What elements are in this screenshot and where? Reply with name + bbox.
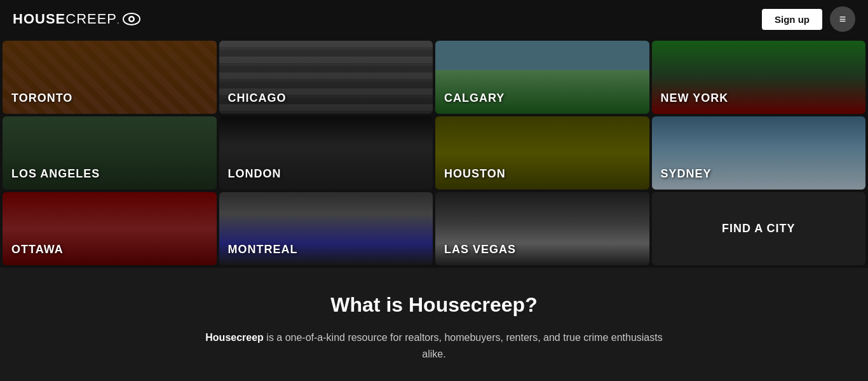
- ottawa-label: OTTAWA: [11, 243, 64, 256]
- description-rest: is a one-of-a-kind resource for realtors…: [264, 332, 663, 359]
- logo[interactable]: HOUSECREEP.: [13, 11, 140, 27]
- logo-creep: CREEP: [65, 11, 117, 27]
- city-tile-chicago[interactable]: CHICAGO: [219, 41, 433, 114]
- calgary-label: CALGARY: [444, 92, 505, 105]
- montreal-label: MONTREAL: [228, 243, 298, 256]
- what-desc: Housecreep is a one-of-a-kind resource f…: [196, 329, 672, 362]
- signup-button[interactable]: Sign up: [762, 9, 822, 30]
- find-city-label: FIND A CITY: [722, 222, 796, 235]
- what-title: What is Housecreep?: [13, 293, 855, 317]
- chicago-label: CHICAGO: [228, 92, 287, 105]
- eye-icon: [123, 13, 140, 25]
- losangeles-label: LOS ANGELES: [11, 167, 100, 181]
- logo-text: HOUSECREEP.: [13, 11, 120, 27]
- city-tile-lasvegas[interactable]: LAS VEGAS: [435, 192, 649, 265]
- find-city-tile[interactable]: FIND A CITY: [652, 192, 866, 265]
- svg-point-2: [130, 18, 133, 21]
- city-tile-houston[interactable]: HOUSTON: [435, 116, 649, 190]
- houston-label: HOUSTON: [444, 167, 506, 181]
- brand-name: Housecreep: [205, 332, 264, 343]
- newyork-label: NEW YORK: [661, 92, 729, 105]
- city-tile-sydney[interactable]: SYDNEY: [652, 116, 866, 190]
- city-grid: TORONTO CHICAGO CALGARY NEW YORK LOS ANG…: [0, 38, 868, 268]
- city-tile-losangeles[interactable]: LOS ANGELES: [3, 116, 217, 190]
- nav-right: Sign up ≡: [762, 6, 855, 32]
- bottom-section: What is Housecreep? Housecreep is a one-…: [0, 268, 868, 381]
- navbar: HOUSECREEP. Sign up ≡: [0, 0, 868, 38]
- city-tile-montreal[interactable]: MONTREAL: [219, 192, 433, 265]
- toronto-label: TORONTO: [11, 92, 72, 105]
- city-tile-newyork[interactable]: NEW YORK: [652, 41, 866, 114]
- menu-button[interactable]: ≡: [830, 6, 855, 32]
- logo-house: HOUSE: [13, 11, 65, 27]
- lasvegas-label: LAS VEGAS: [444, 243, 516, 256]
- city-tile-london[interactable]: LONDON: [219, 116, 433, 190]
- city-tile-toronto[interactable]: TORONTO: [3, 41, 217, 114]
- city-tile-ottawa[interactable]: OTTAWA: [3, 192, 217, 265]
- city-tile-calgary[interactable]: CALGARY: [435, 41, 649, 114]
- london-label: LONDON: [228, 167, 281, 181]
- sydney-label: SYDNEY: [661, 167, 712, 181]
